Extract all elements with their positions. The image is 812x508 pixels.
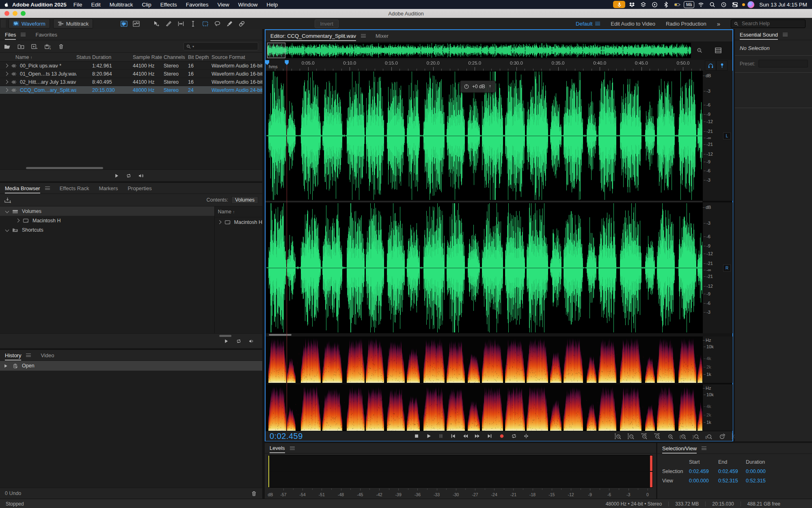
preview-loop-icon[interactable] [236,339,242,344]
waveform-display[interactable]: dB-3-6-9-12-21-∞-21-12-9-6-3L dB-3-6-9-1… [266,71,732,333]
stack-icon[interactable] [638,1,648,8]
panel-menu-icon[interactable] [783,32,788,37]
delete-icon[interactable] [58,43,65,50]
open-file-icon[interactable] [4,43,11,50]
tree-item-macintosh-h[interactable]: Macintosh H [0,216,214,225]
menu-view[interactable]: View [213,2,233,8]
battery-icon[interactable] [672,1,682,8]
pause-button[interactable] [437,432,445,440]
tab-markers[interactable]: Markers [99,184,118,193]
preview-play-icon[interactable] [223,339,229,344]
pin-icon[interactable] [716,61,728,71]
trash-icon[interactable] [251,491,257,497]
menu-file[interactable]: File [69,2,87,8]
panel-menu-icon[interactable] [21,32,26,37]
tab-mixer[interactable]: Mixer [376,31,389,41]
preview-loop-icon[interactable] [126,173,132,178]
chevron-right-icon[interactable] [217,220,221,224]
overview-view-box[interactable] [267,43,285,58]
files-search-field[interactable]: ▾ [184,42,258,50]
panel-menu-icon[interactable] [361,33,366,39]
headphones-monitor-icon[interactable] [705,61,716,71]
column-header-duration[interactable]: Duration [92,54,133,60]
zoom-to-selection-button[interactable]: {} [705,432,713,440]
razor-tool-icon[interactable] [164,19,173,28]
play-button[interactable] [425,432,432,440]
playhead-line[interactable] [287,62,287,431]
files-table-header[interactable]: Name ↑StatusDurationSample RateChannelsB… [0,53,262,62]
search-help-input[interactable] [741,20,791,27]
column-header-name[interactable]: Name ↑ [0,54,76,60]
channel-badge-r[interactable]: R [723,265,731,271]
microphone-icon[interactable] [613,1,625,8]
overview-waveform[interactable] [267,43,691,58]
new-content-icon[interactable]: ▾ [31,43,38,50]
lasso-selection-tool-icon[interactable] [212,19,222,28]
menu-help[interactable]: Help [262,2,282,8]
media-list-row[interactable]: Macintosh H [215,217,262,227]
timeline-ruler[interactable]: hms 0:05.00:10.00:15.00:20.00:25.00:30.0… [266,60,732,71]
workspace-radio-production[interactable]: Radio Production [666,21,706,27]
files-horizontal-scrollbar[interactable] [0,167,262,169]
column-header-status[interactable]: Status [76,54,92,60]
volume-hud-value[interactable]: +0 dB [472,84,485,89]
menu-favorites[interactable]: Favorites [181,2,213,8]
sv-value[interactable]: 0:52.315 [718,478,746,484]
tab-effects-rack[interactable]: Effects Rack [60,184,89,193]
spectral-view-icon[interactable] [131,19,141,28]
sv-value[interactable]: 0:52.315 [746,478,778,484]
volume-hud[interactable]: +0 dB [460,80,496,93]
stop-button[interactable] [412,432,420,440]
media-list-name-header[interactable]: Name ↑ [215,207,262,217]
contents-dropdown[interactable]: Volumes [231,196,258,204]
sv-value[interactable]: 0:02.459 [689,469,718,474]
workspace-default[interactable]: Default [576,21,600,27]
zoom-out-horizontal-button[interactable]: − [653,432,661,440]
loop-button[interactable] [510,432,518,440]
zoom-reset-button[interactable] [666,432,674,440]
siri-icon[interactable] [747,1,754,8]
multitrack-mode-button[interactable]: Multitrack [53,19,93,28]
waveform-mode-button[interactable]: Waveform [9,19,50,28]
apple-logo-icon[interactable] [0,2,12,8]
tab-history[interactable]: History [5,351,21,360]
file-row[interactable]: 01_Open…ts 13 July.wav *8:20.96444100 Hz… [0,70,262,78]
wifi-icon[interactable] [696,1,706,8]
time-selection-tool-icon[interactable] [188,19,198,28]
slip-tool-icon[interactable] [176,19,186,28]
file-row[interactable]: CCQ_Com…ary_Split.wav20:15.03048000 HzSt… [0,86,262,94]
menu-window[interactable]: Window [233,2,262,8]
preview-auto-play-icon[interactable] [138,173,144,178]
tab-editor[interactable]: Editor: CCQ_Commentary_Split.wav [270,31,356,41]
panel-menu-icon[interactable] [45,186,50,191]
input-source-icon[interactable]: Mā [684,1,694,8]
file-row[interactable]: 00_Pick ups.wav *1:42.96144100 HzStereo1… [0,62,262,70]
tab-properties[interactable]: Properties [127,184,151,193]
waveform-view-icon[interactable] [119,19,129,28]
skip-to-start-button[interactable] [449,432,457,440]
chevron-down-icon[interactable] [5,228,9,232]
menu-edit[interactable]: Edit [87,2,105,8]
zoom-reset-icon[interactable] [694,46,705,55]
channel-badge-l[interactable]: L [723,132,731,139]
zoom-out-vertical-button[interactable]: − [627,432,635,440]
history-entry[interactable]: Open [0,361,262,371]
chevron-right-icon[interactable] [16,219,20,223]
editor-list-view-icon[interactable] [713,46,723,55]
time-machine-icon[interactable] [719,1,728,8]
menu-effects[interactable]: Effects [156,2,181,8]
sv-value[interactable]: 0:00.000 [689,478,718,484]
move-tool-icon[interactable] [151,19,161,28]
menu-clip[interactable]: Clip [138,2,156,8]
column-header-source-format[interactable]: Source Format [212,54,262,60]
paintbrush-tool-icon[interactable] [225,19,234,28]
sv-value[interactable]: 0:02.459 [718,469,746,474]
import-icon[interactable]: ▾ [4,197,11,203]
chevron-down-icon[interactable] [5,209,9,213]
tab-essential-sound[interactable]: Essential Sound [740,30,778,39]
marquee-selection-tool-icon[interactable] [200,19,210,28]
menu-app-name[interactable]: Adobe Audition 2025 [12,2,67,8]
sv-value[interactable]: 0:00.000 [746,469,778,474]
waveform-spectral-splitter[interactable] [266,333,732,336]
preview-auto-play-icon[interactable] [248,339,254,344]
